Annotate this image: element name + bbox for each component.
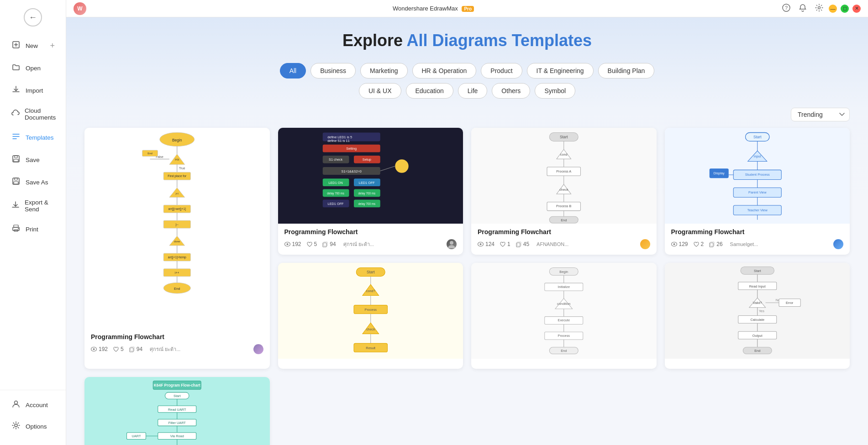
svg-text:Start: Start [174, 394, 180, 398]
svg-text:done: done [174, 240, 180, 243]
card-4-views: 129 [671, 241, 688, 247]
template-card-3[interactable]: Start cond Process A check Process B [471, 128, 657, 255]
minimize-button[interactable]: — [829, 5, 837, 13]
svg-point-12 [18, 228, 19, 229]
sidebar-item-new[interactable]: New + [4, 36, 62, 56]
svg-text:LED1 OFF: LED1 OFF [327, 202, 344, 206]
svg-text:End: End [561, 349, 567, 353]
sidebar: ← New + Open Import [0, 0, 66, 445]
svg-text:LED1 OFF: LED1 OFF [358, 181, 375, 185]
sidebar-item-options[interactable]: Options [4, 416, 62, 437]
back-button[interactable]: ← [24, 8, 42, 26]
svg-text:j--: j-- [175, 223, 179, 226]
svg-text:Error: Error [785, 301, 793, 305]
filter-life[interactable]: Life [458, 83, 488, 99]
svg-text:Process B: Process B [556, 204, 572, 208]
svg-text:arr[j]=arr[j+1]: arr[j]=arr[j+1] [168, 207, 186, 211]
card-3-meta: 124 1 45 AFNANBON... [478, 239, 650, 249]
svg-text:K64F Program Flow-chart: K64F Program Flow-chart [154, 383, 200, 387]
sidebar-bottom: Account Options [0, 390, 66, 445]
card-3-author: AFNANBON... [537, 241, 568, 247]
svg-text:check: check [559, 188, 568, 192]
sidebar-item-templates[interactable]: Templates [4, 127, 62, 148]
svg-text:j<i: j<i [175, 192, 179, 195]
filter-education[interactable]: Education [406, 83, 453, 99]
user-avatar: W [74, 2, 86, 15]
filter-product[interactable]: Product [481, 63, 522, 79]
svg-text:input: input [753, 154, 761, 158]
filter-row-1: All Business Marketing HR & Operation Pr… [84, 63, 850, 79]
svg-text:Student Process: Student Process [745, 173, 769, 177]
template-grid: Begin i<n False End True Find place for [84, 128, 850, 445]
svg-text:Process: Process [558, 334, 570, 338]
template-card-1[interactable]: Begin i<n False End True Find place for [84, 128, 270, 369]
filter-ui[interactable]: UI & UX [359, 83, 401, 99]
card-3-copies: 45 [516, 241, 529, 247]
template-card-2[interactable]: define LED1 is 5 define S1 is 11 Setting… [278, 128, 463, 255]
svg-point-17 [818, 6, 821, 9]
sidebar-item-export-label: Export & Send [25, 199, 55, 213]
open-icon [11, 63, 21, 74]
card-3-avatar [640, 239, 650, 249]
svg-text:End: End [174, 287, 180, 291]
close-button[interactable]: ✕ [852, 5, 861, 13]
sidebar-item-print[interactable]: Print [4, 219, 62, 240]
filter-it[interactable]: IT & Engineering [527, 63, 594, 79]
svg-text:i<n: i<n [175, 158, 179, 161]
svg-text:Start: Start [560, 135, 568, 139]
filter-hr[interactable]: HR & Operation [412, 63, 477, 79]
card-2-likes: 5 [307, 241, 317, 247]
template-card-7[interactable]: Start Read Input Valid? No Error Yes [665, 263, 850, 369]
maximize-button[interactable]: ◻ [841, 5, 849, 13]
explore-title: Explore All Diagrams Templates [84, 31, 850, 50]
template-card-6[interactable]: Begin Initialize condition Execute Proce… [471, 263, 657, 369]
filter-marketing[interactable]: Marketing [360, 63, 407, 79]
sidebar-item-account[interactable]: Account [4, 395, 62, 415]
template-card-8[interactable]: K64F Program Flow-chart Start Read UART … [84, 377, 270, 445]
toolbar-right: ? [780, 2, 825, 16]
sidebar-item-open[interactable]: Open [4, 58, 62, 79]
sidebar-item-cloud[interactable]: Cloud Documents [4, 103, 62, 126]
svg-text:UART: UART [132, 434, 141, 438]
svg-text:delay 700 ms: delay 700 ms [358, 192, 375, 195]
filter-symbol[interactable]: Symbol [535, 83, 575, 99]
sidebar-item-saveas[interactable]: Save As [4, 172, 62, 193]
sidebar-item-export[interactable]: Export & Send [4, 194, 62, 217]
sidebar-item-save[interactable]: Save [4, 150, 62, 170]
svg-text:check: check [366, 327, 375, 331]
card-4-copies: 26 [709, 241, 722, 247]
card-1-title: Programming Flowchart [91, 333, 263, 340]
template-card-4[interactable]: Start input Student Process Display Pare… [665, 128, 850, 255]
sort-select[interactable]: Trending Newest Most Popular [791, 108, 850, 121]
notification-icon[interactable] [797, 2, 809, 16]
svg-point-85 [450, 241, 453, 245]
svg-text:Read UART: Read UART [168, 408, 186, 412]
svg-rect-83 [323, 243, 326, 247]
svg-text:Start: Start [366, 270, 374, 274]
filter-building[interactable]: Building Plan [598, 63, 655, 79]
svg-text:Valid?: Valid? [752, 301, 762, 305]
svg-text:Display: Display [713, 171, 724, 175]
svg-text:Start: Start [753, 135, 761, 139]
svg-text:Calculate: Calculate [750, 318, 764, 322]
settings-icon[interactable] [813, 2, 825, 16]
card-1-avatar [253, 344, 263, 354]
filter-business[interactable]: Business [310, 63, 356, 79]
card-4-likes: 2 [694, 241, 704, 247]
print-icon [11, 224, 21, 235]
content-area: Explore All Diagrams Templates All Busin… [66, 17, 868, 445]
svg-point-126 [673, 243, 675, 245]
svg-text:cond: cond [560, 152, 568, 157]
svg-text:Filter UART: Filter UART [168, 421, 186, 425]
template-card-5[interactable]: Start cond? Process check Result [278, 263, 463, 369]
sidebar-item-import[interactable]: Import [4, 80, 62, 101]
card-4-info: Programming Flowchart 129 2 26 [665, 224, 850, 255]
svg-rect-84 [324, 242, 327, 246]
filter-all[interactable]: All [280, 63, 306, 79]
svg-point-104 [480, 243, 482, 245]
card-2-meta: 192 5 94 ศุกรณ์ ยะด้า... [284, 239, 457, 249]
help-icon[interactable]: ? [780, 2, 792, 16]
svg-text:End: End [561, 218, 567, 222]
card-2-copies: 94 [322, 241, 336, 247]
filter-others[interactable]: Others [492, 83, 530, 99]
